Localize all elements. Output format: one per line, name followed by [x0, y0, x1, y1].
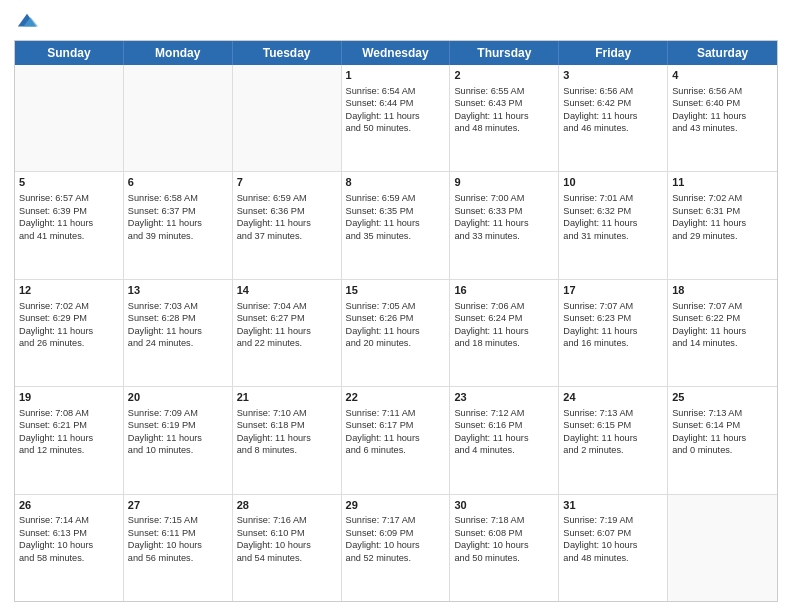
day-number: 10	[563, 175, 663, 190]
empty-cell-0-0	[15, 65, 124, 171]
day-info: Sunrise: 7:06 AM Sunset: 6:24 PM Dayligh…	[454, 300, 554, 350]
day-cell-15: 15Sunrise: 7:05 AM Sunset: 6:26 PM Dayli…	[342, 280, 451, 386]
day-number: 20	[128, 390, 228, 405]
header-day-friday: Friday	[559, 41, 668, 65]
page: SundayMondayTuesdayWednesdayThursdayFrid…	[0, 0, 792, 612]
day-number: 21	[237, 390, 337, 405]
day-cell-16: 16Sunrise: 7:06 AM Sunset: 6:24 PM Dayli…	[450, 280, 559, 386]
day-number: 25	[672, 390, 773, 405]
day-cell-30: 30Sunrise: 7:18 AM Sunset: 6:08 PM Dayli…	[450, 495, 559, 601]
day-info: Sunrise: 7:13 AM Sunset: 6:14 PM Dayligh…	[672, 407, 773, 457]
day-cell-12: 12Sunrise: 7:02 AM Sunset: 6:29 PM Dayli…	[15, 280, 124, 386]
day-cell-13: 13Sunrise: 7:03 AM Sunset: 6:28 PM Dayli…	[124, 280, 233, 386]
day-cell-23: 23Sunrise: 7:12 AM Sunset: 6:16 PM Dayli…	[450, 387, 559, 493]
day-info: Sunrise: 7:13 AM Sunset: 6:15 PM Dayligh…	[563, 407, 663, 457]
day-cell-4: 4Sunrise: 6:56 AM Sunset: 6:40 PM Daylig…	[668, 65, 777, 171]
day-info: Sunrise: 7:18 AM Sunset: 6:08 PM Dayligh…	[454, 514, 554, 564]
day-info: Sunrise: 7:19 AM Sunset: 6:07 PM Dayligh…	[563, 514, 663, 564]
day-cell-29: 29Sunrise: 7:17 AM Sunset: 6:09 PM Dayli…	[342, 495, 451, 601]
day-number: 24	[563, 390, 663, 405]
day-cell-27: 27Sunrise: 7:15 AM Sunset: 6:11 PM Dayli…	[124, 495, 233, 601]
day-info: Sunrise: 6:59 AM Sunset: 6:36 PM Dayligh…	[237, 192, 337, 242]
day-number: 8	[346, 175, 446, 190]
header-day-thursday: Thursday	[450, 41, 559, 65]
day-number: 2	[454, 68, 554, 83]
day-number: 3	[563, 68, 663, 83]
day-info: Sunrise: 6:54 AM Sunset: 6:44 PM Dayligh…	[346, 85, 446, 135]
day-number: 13	[128, 283, 228, 298]
empty-cell-0-2	[233, 65, 342, 171]
header	[14, 10, 778, 32]
day-cell-3: 3Sunrise: 6:56 AM Sunset: 6:42 PM Daylig…	[559, 65, 668, 171]
day-info: Sunrise: 7:07 AM Sunset: 6:22 PM Dayligh…	[672, 300, 773, 350]
day-info: Sunrise: 6:56 AM Sunset: 6:40 PM Dayligh…	[672, 85, 773, 135]
logo	[14, 10, 38, 32]
day-info: Sunrise: 7:11 AM Sunset: 6:17 PM Dayligh…	[346, 407, 446, 457]
day-cell-6: 6Sunrise: 6:58 AM Sunset: 6:37 PM Daylig…	[124, 172, 233, 278]
day-cell-8: 8Sunrise: 6:59 AM Sunset: 6:35 PM Daylig…	[342, 172, 451, 278]
day-cell-26: 26Sunrise: 7:14 AM Sunset: 6:13 PM Dayli…	[15, 495, 124, 601]
day-info: Sunrise: 6:56 AM Sunset: 6:42 PM Dayligh…	[563, 85, 663, 135]
day-cell-2: 2Sunrise: 6:55 AM Sunset: 6:43 PM Daylig…	[450, 65, 559, 171]
day-info: Sunrise: 7:01 AM Sunset: 6:32 PM Dayligh…	[563, 192, 663, 242]
day-cell-22: 22Sunrise: 7:11 AM Sunset: 6:17 PM Dayli…	[342, 387, 451, 493]
day-info: Sunrise: 7:09 AM Sunset: 6:19 PM Dayligh…	[128, 407, 228, 457]
day-info: Sunrise: 7:07 AM Sunset: 6:23 PM Dayligh…	[563, 300, 663, 350]
calendar: SundayMondayTuesdayWednesdayThursdayFrid…	[14, 40, 778, 602]
day-number: 23	[454, 390, 554, 405]
day-cell-18: 18Sunrise: 7:07 AM Sunset: 6:22 PM Dayli…	[668, 280, 777, 386]
day-info: Sunrise: 7:04 AM Sunset: 6:27 PM Dayligh…	[237, 300, 337, 350]
day-info: Sunrise: 7:08 AM Sunset: 6:21 PM Dayligh…	[19, 407, 119, 457]
day-cell-5: 5Sunrise: 6:57 AM Sunset: 6:39 PM Daylig…	[15, 172, 124, 278]
header-day-tuesday: Tuesday	[233, 41, 342, 65]
day-number: 29	[346, 498, 446, 513]
header-day-saturday: Saturday	[668, 41, 777, 65]
day-number: 27	[128, 498, 228, 513]
day-cell-17: 17Sunrise: 7:07 AM Sunset: 6:23 PM Dayli…	[559, 280, 668, 386]
empty-cell-0-1	[124, 65, 233, 171]
day-number: 5	[19, 175, 119, 190]
day-number: 16	[454, 283, 554, 298]
day-cell-28: 28Sunrise: 7:16 AM Sunset: 6:10 PM Dayli…	[233, 495, 342, 601]
day-info: Sunrise: 7:10 AM Sunset: 6:18 PM Dayligh…	[237, 407, 337, 457]
day-number: 9	[454, 175, 554, 190]
header-day-monday: Monday	[124, 41, 233, 65]
day-number: 12	[19, 283, 119, 298]
day-number: 14	[237, 283, 337, 298]
header-day-sunday: Sunday	[15, 41, 124, 65]
day-info: Sunrise: 7:16 AM Sunset: 6:10 PM Dayligh…	[237, 514, 337, 564]
calendar-header: SundayMondayTuesdayWednesdayThursdayFrid…	[15, 41, 777, 65]
day-cell-19: 19Sunrise: 7:08 AM Sunset: 6:21 PM Dayli…	[15, 387, 124, 493]
day-number: 22	[346, 390, 446, 405]
day-cell-20: 20Sunrise: 7:09 AM Sunset: 6:19 PM Dayli…	[124, 387, 233, 493]
day-info: Sunrise: 6:59 AM Sunset: 6:35 PM Dayligh…	[346, 192, 446, 242]
day-info: Sunrise: 7:00 AM Sunset: 6:33 PM Dayligh…	[454, 192, 554, 242]
logo-text	[14, 10, 38, 32]
day-number: 6	[128, 175, 228, 190]
day-cell-11: 11Sunrise: 7:02 AM Sunset: 6:31 PM Dayli…	[668, 172, 777, 278]
day-cell-31: 31Sunrise: 7:19 AM Sunset: 6:07 PM Dayli…	[559, 495, 668, 601]
day-number: 18	[672, 283, 773, 298]
day-number: 31	[563, 498, 663, 513]
week-row-2: 12Sunrise: 7:02 AM Sunset: 6:29 PM Dayli…	[15, 280, 777, 387]
day-info: Sunrise: 7:02 AM Sunset: 6:29 PM Dayligh…	[19, 300, 119, 350]
day-info: Sunrise: 6:57 AM Sunset: 6:39 PM Dayligh…	[19, 192, 119, 242]
day-cell-21: 21Sunrise: 7:10 AM Sunset: 6:18 PM Dayli…	[233, 387, 342, 493]
day-info: Sunrise: 7:03 AM Sunset: 6:28 PM Dayligh…	[128, 300, 228, 350]
day-cell-9: 9Sunrise: 7:00 AM Sunset: 6:33 PM Daylig…	[450, 172, 559, 278]
calendar-body: 1Sunrise: 6:54 AM Sunset: 6:44 PM Daylig…	[15, 65, 777, 601]
day-number: 26	[19, 498, 119, 513]
day-info: Sunrise: 7:17 AM Sunset: 6:09 PM Dayligh…	[346, 514, 446, 564]
day-number: 19	[19, 390, 119, 405]
day-info: Sunrise: 7:14 AM Sunset: 6:13 PM Dayligh…	[19, 514, 119, 564]
day-number: 28	[237, 498, 337, 513]
day-number: 15	[346, 283, 446, 298]
week-row-1: 5Sunrise: 6:57 AM Sunset: 6:39 PM Daylig…	[15, 172, 777, 279]
day-number: 1	[346, 68, 446, 83]
header-day-wednesday: Wednesday	[342, 41, 451, 65]
day-cell-14: 14Sunrise: 7:04 AM Sunset: 6:27 PM Dayli…	[233, 280, 342, 386]
day-cell-24: 24Sunrise: 7:13 AM Sunset: 6:15 PM Dayli…	[559, 387, 668, 493]
day-cell-25: 25Sunrise: 7:13 AM Sunset: 6:14 PM Dayli…	[668, 387, 777, 493]
logo-icon	[16, 10, 38, 32]
day-cell-1: 1Sunrise: 6:54 AM Sunset: 6:44 PM Daylig…	[342, 65, 451, 171]
